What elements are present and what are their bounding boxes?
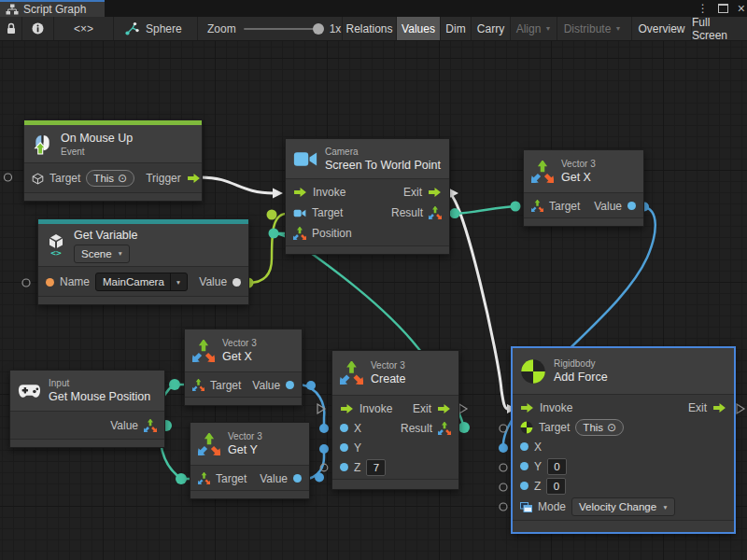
port-invoke[interactable]: Invoke: [359, 402, 392, 415]
node-get-variable[interactable]: <> Get Variable Scene ▼ Name MainCamera …: [37, 218, 249, 305]
node-get-mouse-position[interactable]: Input Get Mouse Position Value: [9, 370, 165, 448]
mode-dropdown[interactable]: Velocity Change ▼: [571, 497, 675, 516]
carry-button[interactable]: Carry: [471, 17, 510, 40]
relations-button[interactable]: Relations: [342, 17, 396, 40]
float-port-dot[interactable]: [286, 381, 294, 389]
port-target[interactable]: Target: [49, 172, 80, 185]
node-title: Screen To World Point: [325, 158, 441, 173]
float-port-dot[interactable]: [520, 442, 529, 451]
node-get-y[interactable]: Vector 3 Get Y Target Value: [190, 422, 310, 499]
port-z[interactable]: Z: [534, 480, 541, 493]
node-get-x-mid[interactable]: Vector 3 Get X Target Value: [184, 329, 303, 406]
vector3-icon: [192, 379, 204, 391]
float-port-dot[interactable]: [520, 482, 529, 490]
port-target[interactable]: Target: [312, 206, 343, 219]
node-title: Get Variable: [74, 228, 138, 243]
object-port-dot[interactable]: [233, 278, 241, 287]
graph-name: Sphere: [146, 22, 182, 35]
port-value[interactable]: Value: [252, 379, 280, 392]
port-y[interactable]: Y: [534, 460, 542, 473]
scope-icon: ⊙: [607, 422, 616, 433]
port-exit[interactable]: Exit: [688, 401, 707, 414]
overview-button[interactable]: Overview: [631, 17, 691, 40]
gamepad-icon: [18, 384, 41, 399]
zoom-value: 1x: [330, 22, 342, 35]
node-category: Vector 3: [228, 430, 262, 442]
node-category: Rigidbody: [554, 357, 608, 370]
vector3-icon: [340, 361, 363, 385]
zoom-control: Zoom 1x: [198, 17, 344, 40]
values-button[interactable]: Values: [396, 17, 440, 40]
port-exit[interactable]: Exit: [413, 402, 431, 415]
port-position[interactable]: Position: [312, 227, 352, 240]
port-y[interactable]: Y: [354, 441, 361, 455]
port-target[interactable]: Target: [216, 472, 247, 485]
node-screen-to-world-point[interactable]: Camera Screen To World Point Invoke Exit…: [285, 138, 450, 255]
z-value-field[interactable]: 0: [546, 478, 566, 495]
edit-code-button[interactable]: <×>: [54, 17, 114, 40]
variable-scope-dropdown[interactable]: Scene ▼: [74, 245, 130, 263]
port-value[interactable]: Value: [260, 472, 288, 485]
chevron-down-icon: ▼: [614, 25, 621, 32]
port-value[interactable]: Value: [110, 419, 138, 432]
node-title: Get Y: [228, 442, 262, 457]
target-this-chip[interactable]: This ⊙: [575, 419, 624, 436]
port-target[interactable]: Target: [210, 379, 241, 392]
node-vector3-create[interactable]: Vector 3 Create Invoke Exit X Result Y Z…: [331, 350, 459, 490]
variable-name-dropdown[interactable]: MainCamera ▼: [95, 273, 188, 291]
node-on-mouse-up[interactable]: On Mouse Up Event Target This ⊙ Trigger: [23, 119, 203, 202]
port-target[interactable]: Target: [549, 200, 580, 213]
z-value-field[interactable]: 7: [366, 459, 386, 476]
inspect-button[interactable]: [22, 17, 54, 40]
node-get-x-top[interactable]: Vector 3 Get X Target Value: [523, 149, 644, 227]
lock-icon: [6, 22, 17, 35]
flow-arrow-icon: [712, 402, 726, 413]
port-value[interactable]: Value: [594, 200, 622, 213]
port-invoke[interactable]: Invoke: [313, 186, 345, 199]
float-port-dot[interactable]: [340, 424, 348, 432]
port-target[interactable]: Target: [539, 421, 570, 434]
port-result[interactable]: Result: [391, 206, 423, 219]
float-port-dot[interactable]: [340, 443, 348, 452]
maximize-icon[interactable]: [718, 4, 728, 13]
port-mode[interactable]: Mode: [538, 500, 566, 513]
float-port-dot[interactable]: [627, 202, 636, 210]
menu-icon[interactable]: ⋮: [698, 0, 709, 17]
mouse-up-icon: [32, 133, 53, 155]
close-icon[interactable]: ×: [738, 0, 745, 17]
dim-button[interactable]: Dim: [440, 17, 471, 40]
port-x[interactable]: X: [534, 441, 542, 454]
chevron-down-icon: ▼: [170, 273, 181, 290]
graph-breadcrumb[interactable]: Sphere: [114, 17, 198, 40]
chevron-down-icon: ▼: [544, 25, 551, 32]
rigidbody-icon: [520, 421, 533, 434]
zoom-slider[interactable]: [244, 28, 322, 30]
distribute-dropdown[interactable]: Distribute▼: [557, 17, 627, 40]
port-exit[interactable]: Exit: [403, 186, 422, 199]
port-value[interactable]: Value: [199, 275, 227, 288]
port-trigger[interactable]: Trigger: [146, 172, 181, 185]
node-add-force[interactable]: Rigidbody Add Force Invoke Exit Target T…: [512, 347, 735, 533]
target-this-chip[interactable]: This ⊙: [86, 170, 134, 187]
tab-title: Script Graph: [23, 3, 86, 16]
flow-arrow-icon: [340, 403, 354, 414]
y-value-field[interactable]: 0: [547, 458, 567, 475]
port-name[interactable]: Name: [60, 275, 90, 288]
vector3-icon: [438, 422, 451, 435]
lock-button[interactable]: [0, 17, 22, 40]
tab-script-graph[interactable]: Script Graph: [0, 0, 105, 17]
chevron-down-icon: ▼: [662, 504, 668, 511]
zoom-slider-handle[interactable]: [313, 23, 324, 35]
float-port-dot[interactable]: [520, 462, 529, 470]
port-invoke[interactable]: Invoke: [540, 401, 572, 414]
port-result[interactable]: Result: [401, 422, 432, 435]
port-x[interactable]: X: [354, 422, 361, 435]
fullscreen-button[interactable]: Full Screen: [691, 17, 747, 40]
graph-toolbar: <×> Sphere Zoom 1x Relations Values Dim …: [0, 17, 747, 41]
float-port-dot[interactable]: [340, 463, 348, 471]
align-dropdown[interactable]: Align▼: [510, 17, 557, 40]
code-icon: <×>: [74, 22, 93, 35]
string-port-dot[interactable]: [46, 278, 54, 287]
float-port-dot[interactable]: [293, 474, 302, 483]
port-z[interactable]: Z: [354, 461, 360, 474]
